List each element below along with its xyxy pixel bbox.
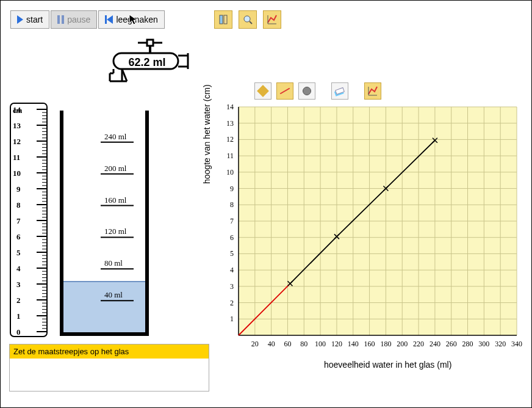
empty-button[interactable]: leegmaken bbox=[98, 10, 165, 29]
svg-text:5: 5 bbox=[230, 249, 234, 258]
svg-text:11: 11 bbox=[226, 151, 234, 160]
graph-svg: 2040608010012014016018020022024026028030… bbox=[214, 104, 523, 355]
svg-text:200: 200 bbox=[397, 340, 408, 348]
svg-rect-0 bbox=[220, 15, 223, 24]
graph-tool-circle[interactable] bbox=[298, 82, 315, 100]
svg-text:6: 6 bbox=[16, 232, 21, 241]
graph-tool-chart[interactable] bbox=[364, 82, 381, 100]
svg-text:80: 80 bbox=[300, 340, 307, 348]
pause-button: pause bbox=[51, 10, 97, 29]
tool-chart-icon[interactable] bbox=[263, 10, 281, 29]
svg-point-2 bbox=[244, 16, 250, 22]
play-icon bbox=[17, 15, 23, 24]
svg-text:280: 280 bbox=[462, 340, 473, 348]
glass[interactable]: 240 ml200 ml160 ml120 ml80 ml40 ml bbox=[59, 111, 157, 342]
svg-text:6: 6 bbox=[230, 233, 234, 242]
rewind-icon bbox=[105, 15, 113, 24]
tool-columns-icon[interactable] bbox=[214, 10, 232, 29]
glass-svg: 240 ml200 ml160 ml120 ml80 ml40 ml bbox=[59, 111, 157, 340]
main-toolbar: start pause leegmaken bbox=[10, 10, 165, 29]
svg-text:7: 7 bbox=[16, 216, 21, 225]
svg-text:1: 1 bbox=[230, 315, 234, 323]
svg-text:7: 7 bbox=[230, 217, 234, 225]
ruler-svg: cm 01234567891011121314 bbox=[9, 102, 51, 340]
pause-icon bbox=[57, 15, 64, 24]
svg-text:0: 0 bbox=[16, 327, 21, 337]
svg-text:3: 3 bbox=[230, 282, 234, 291]
svg-rect-100 bbox=[63, 282, 145, 332]
empty-label: leegmaken bbox=[116, 15, 158, 24]
svg-text:40 ml: 40 ml bbox=[104, 290, 123, 299]
svg-text:4: 4 bbox=[16, 264, 21, 273]
y-axis-label: hoogte van het water (cm) bbox=[202, 84, 212, 184]
svg-text:300: 300 bbox=[478, 340, 489, 348]
svg-text:100: 100 bbox=[315, 340, 326, 348]
secondary-toolbar bbox=[214, 10, 281, 29]
circle-icon bbox=[303, 87, 311, 95]
svg-text:5: 5 bbox=[16, 248, 21, 257]
svg-text:4: 4 bbox=[230, 266, 234, 274]
svg-text:260: 260 bbox=[446, 340, 457, 348]
magnify-icon bbox=[242, 14, 253, 25]
svg-text:120 ml: 120 ml bbox=[104, 227, 127, 236]
svg-text:80 ml: 80 ml bbox=[104, 258, 123, 268]
svg-text:240 ml: 240 ml bbox=[104, 132, 127, 141]
svg-text:40: 40 bbox=[268, 340, 275, 348]
graph-tool-eraser[interactable] bbox=[331, 82, 348, 100]
svg-text:8: 8 bbox=[16, 200, 21, 209]
start-button[interactable]: start bbox=[10, 10, 49, 29]
svg-text:9: 9 bbox=[16, 184, 21, 194]
svg-text:1: 1 bbox=[16, 311, 21, 321]
graph-tool-line[interactable] bbox=[276, 82, 293, 100]
svg-text:9: 9 bbox=[230, 184, 234, 193]
svg-text:12: 12 bbox=[13, 137, 21, 146]
line-icon bbox=[280, 88, 290, 95]
tap-volume-label: 62.2 ml bbox=[120, 56, 174, 69]
svg-text:340: 340 bbox=[511, 340, 522, 348]
columns-icon bbox=[218, 14, 229, 25]
svg-text:120: 120 bbox=[331, 340, 342, 348]
svg-rect-4 bbox=[147, 40, 153, 46]
graph-tool-pencil[interactable] bbox=[254, 82, 271, 100]
x-axis-label: hoeveelheid water in het glas (ml) bbox=[324, 360, 451, 370]
svg-text:140: 140 bbox=[348, 340, 359, 348]
svg-line-3 bbox=[250, 21, 252, 24]
svg-text:2: 2 bbox=[230, 299, 234, 307]
svg-text:160 ml: 160 ml bbox=[104, 195, 127, 205]
svg-text:3: 3 bbox=[16, 280, 21, 289]
tap: 62.2 ml bbox=[95, 38, 199, 95]
graph[interactable]: 2040608010012014016018020022024026028030… bbox=[214, 104, 523, 357]
svg-text:11: 11 bbox=[13, 153, 20, 162]
svg-text:220: 220 bbox=[413, 340, 424, 348]
tool-magnify-icon[interactable] bbox=[239, 10, 257, 29]
pencil-icon bbox=[257, 85, 269, 97]
svg-text:10: 10 bbox=[13, 169, 21, 178]
mini-chart-icon bbox=[367, 86, 378, 97]
svg-text:160: 160 bbox=[364, 340, 375, 348]
svg-text:10: 10 bbox=[226, 168, 234, 177]
eraser-icon bbox=[335, 87, 345, 95]
svg-text:14: 14 bbox=[13, 105, 21, 114]
ruler[interactable]: cm 01234567891011121314 bbox=[9, 102, 51, 342]
svg-text:20: 20 bbox=[251, 340, 259, 348]
svg-text:8: 8 bbox=[230, 200, 234, 209]
svg-text:12: 12 bbox=[226, 135, 234, 144]
svg-text:2: 2 bbox=[16, 296, 21, 305]
svg-text:180: 180 bbox=[380, 340, 391, 348]
pause-label: pause bbox=[67, 15, 90, 24]
svg-text:14: 14 bbox=[226, 104, 234, 111]
svg-text:60: 60 bbox=[284, 340, 291, 348]
svg-text:200 ml: 200 ml bbox=[104, 164, 127, 173]
chart-icon bbox=[267, 14, 278, 25]
svg-text:13: 13 bbox=[13, 121, 21, 130]
svg-text:320: 320 bbox=[495, 340, 506, 348]
svg-rect-1 bbox=[224, 15, 227, 24]
svg-text:13: 13 bbox=[226, 119, 234, 128]
start-label: start bbox=[26, 15, 43, 24]
instruction-box: Zet de maatstreepjes op het glas bbox=[9, 344, 209, 392]
instruction-text: Zet de maatstreepjes op het glas bbox=[10, 344, 209, 359]
svg-text:240: 240 bbox=[430, 340, 440, 348]
graph-toolbar bbox=[254, 82, 381, 100]
